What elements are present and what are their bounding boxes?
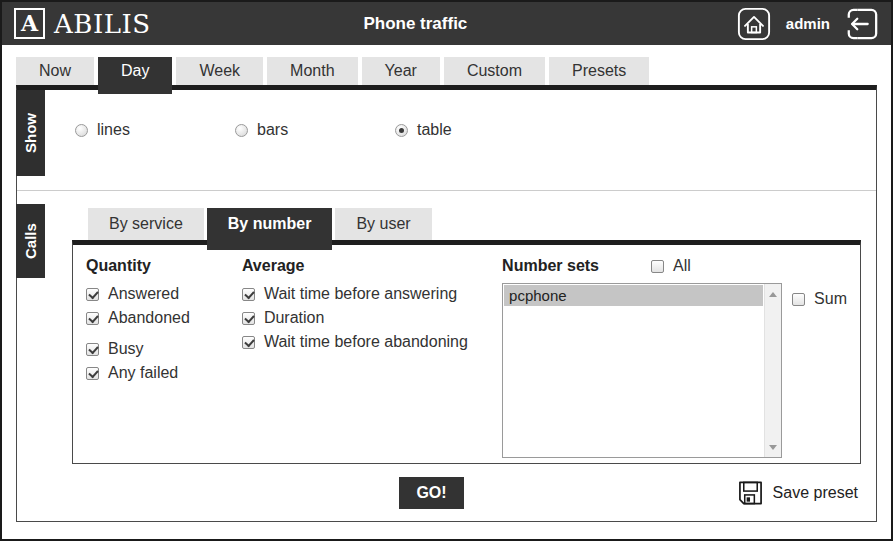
- checkbox-label: Wait time before answering: [264, 285, 457, 303]
- checkbox: [86, 312, 99, 325]
- checkbox-duration[interactable]: Duration: [242, 309, 502, 327]
- topbar: A ABILIS Phone traffic admin: [2, 2, 891, 45]
- quantity-title: Quantity: [86, 257, 242, 275]
- checkbox-sum[interactable]: Sum: [792, 290, 847, 308]
- save-preset-button[interactable]: Save preset: [738, 480, 858, 505]
- page-title: Phone traffic: [363, 14, 467, 34]
- radio-lines[interactable]: lines: [75, 121, 235, 139]
- save-preset-label: Save preset: [773, 484, 858, 502]
- listbox-item-pcphone[interactable]: pcphone: [504, 285, 763, 306]
- show-vertical-tab[interactable]: Show: [16, 90, 45, 176]
- radio-label: lines: [97, 121, 130, 139]
- tab-day[interactable]: Day: [98, 57, 172, 94]
- checkbox-wait-before-answering[interactable]: Wait time before answering: [242, 285, 502, 303]
- calls-subtabs: By service By number By user: [88, 208, 861, 240]
- tab-week[interactable]: Week: [176, 57, 263, 85]
- period-tabs: Now Day Week Month Year Custom Presets: [16, 57, 891, 85]
- radio-circle: [395, 124, 408, 137]
- radio-label: bars: [257, 121, 288, 139]
- abilis-logo-text: ABILIS: [54, 9, 151, 39]
- number-sets-header: Number sets All: [502, 257, 847, 275]
- listbox-scrollbar[interactable]: [764, 284, 781, 457]
- abilis-logo-icon: A: [14, 8, 45, 39]
- show-section: Show lines bars table: [17, 90, 876, 190]
- average-column: Average Wait time before answering Durat…: [242, 257, 502, 463]
- checkbox-label: Abandoned: [108, 309, 190, 327]
- checkbox: [242, 336, 255, 349]
- subtab-by-service[interactable]: By service: [88, 208, 204, 240]
- checkbox-abandoned[interactable]: Abandoned: [86, 309, 242, 327]
- number-sets-body: pcphone Sum: [502, 283, 847, 458]
- checkbox: [242, 312, 255, 325]
- radio-table[interactable]: table: [395, 121, 555, 139]
- quantity-column: Quantity Answered Abandoned Busy Any fai…: [86, 257, 242, 463]
- username: admin: [786, 15, 830, 32]
- radio-label: table: [417, 121, 452, 139]
- number-sets-title: Number sets: [502, 257, 599, 275]
- checkbox-label: All: [673, 257, 691, 275]
- logout-icon[interactable]: [845, 7, 879, 41]
- checkbox-label: Busy: [108, 340, 144, 358]
- number-sets-column: Number sets All pcphone: [502, 257, 860, 463]
- checkbox: [86, 343, 99, 356]
- radio-bars[interactable]: bars: [235, 121, 395, 139]
- subtab-by-user[interactable]: By user: [335, 208, 431, 240]
- checkbox: [86, 367, 99, 380]
- checkbox-any-failed[interactable]: Any failed: [86, 364, 242, 382]
- number-sets-listbox[interactable]: pcphone: [502, 283, 782, 458]
- home-icon[interactable]: [737, 7, 771, 41]
- checkbox: [86, 288, 99, 301]
- main-container: Show lines bars table Calls By service B…: [16, 85, 877, 522]
- tab-custom[interactable]: Custom: [444, 57, 545, 85]
- actions-row: GO! Save preset: [17, 464, 876, 521]
- checkbox-label: Any failed: [108, 364, 178, 382]
- checkbox: [792, 293, 805, 306]
- checkbox-label: Sum: [814, 290, 847, 308]
- scroll-down-icon[interactable]: [765, 439, 781, 455]
- checkbox-label: Answered: [108, 285, 179, 303]
- tab-month[interactable]: Month: [267, 57, 357, 85]
- average-title: Average: [242, 257, 502, 275]
- calls-section: Calls By service By number By user Quant…: [17, 191, 876, 464]
- subtab-by-number[interactable]: By number: [207, 208, 333, 250]
- radio-circle: [75, 124, 88, 137]
- radio-circle: [235, 124, 248, 137]
- checkbox-answered[interactable]: Answered: [86, 285, 242, 303]
- checkbox-label: Duration: [264, 309, 324, 327]
- checkbox: [651, 260, 664, 273]
- tab-year[interactable]: Year: [362, 57, 440, 85]
- abilis-logo[interactable]: A ABILIS: [14, 8, 151, 39]
- tab-presets[interactable]: Presets: [549, 57, 649, 85]
- checkbox-wait-before-abandoning[interactable]: Wait time before abandoning: [242, 333, 502, 351]
- show-options: lines bars table: [17, 90, 876, 139]
- go-button[interactable]: GO!: [399, 477, 463, 509]
- checkbox-label: Wait time before abandoning: [264, 333, 468, 351]
- by-number-panel: Quantity Answered Abandoned Busy Any fai…: [72, 240, 861, 464]
- topbar-right: admin: [737, 7, 879, 41]
- checkbox: [242, 288, 255, 301]
- calls-vertical-tab[interactable]: Calls: [16, 204, 45, 278]
- tab-now[interactable]: Now: [16, 57, 94, 85]
- checkbox-all[interactable]: All: [651, 257, 691, 275]
- scroll-up-icon[interactable]: [765, 286, 781, 302]
- checkbox-busy[interactable]: Busy: [86, 340, 242, 358]
- floppy-disk-icon: [738, 480, 763, 505]
